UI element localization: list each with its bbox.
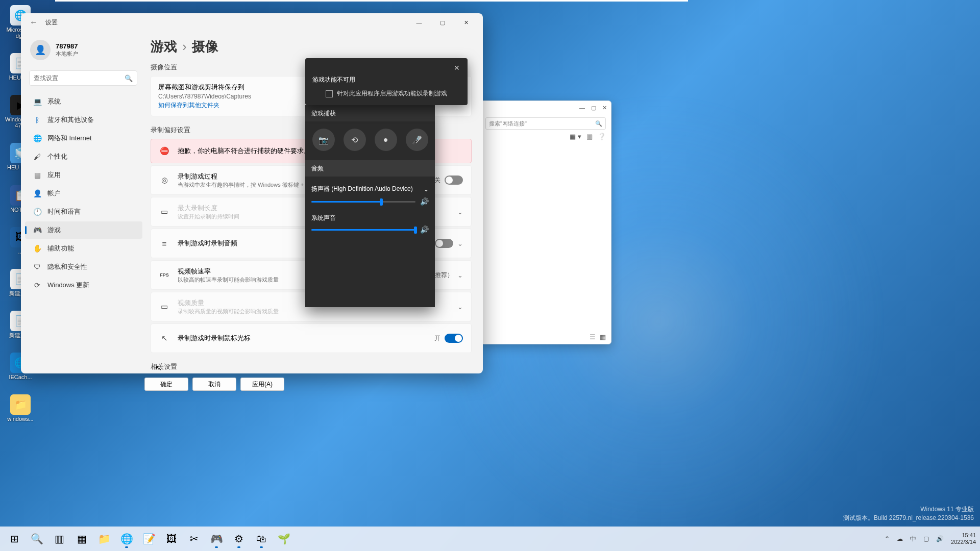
search-network-input[interactable]: 搜索"网络连接" 🔍 xyxy=(485,117,606,130)
checkbox-icon xyxy=(326,90,333,97)
maximize-button[interactable]: ▢ xyxy=(431,14,454,31)
nav-icon: 👤 xyxy=(33,189,41,197)
taskbar-notepad[interactable]: 📝 xyxy=(139,529,159,549)
preview-pane-icon[interactable]: ▥ xyxy=(586,133,593,140)
mic-toggle-button[interactable]: 🎤̸ xyxy=(406,129,428,151)
clock-time: 15:41 xyxy=(951,532,976,539)
sidebar-item[interactable]: 🛡隐私和安全性 xyxy=(25,258,142,276)
taskbar-tasks[interactable]: ▥ xyxy=(49,529,69,549)
sidebar-item[interactable]: 🖌个性化 xyxy=(25,148,142,165)
nav-label: 应用 xyxy=(47,170,61,180)
taskbar: ⊞🔍▥▦📁🌐📝🖼✂🎮⚙🛍🌱 ⌃ ☁ 中 ▢ 🔊 15:41 2022/3/14 xyxy=(0,527,980,551)
nav-icon: 🖌 xyxy=(33,153,41,161)
taskbar-photos[interactable]: 🖼 xyxy=(161,529,182,549)
view-dropdown-icon[interactable]: ▦ ▾ xyxy=(570,133,581,140)
capture-header: 游戏捕获 xyxy=(305,105,435,121)
sidebar-item[interactable]: ✋辅助功能 xyxy=(25,240,142,257)
recent-icon: ⟲ xyxy=(351,135,358,145)
taskbar-extra[interactable]: 🌱 xyxy=(274,529,294,549)
minimize-icon[interactable]: — xyxy=(579,105,585,111)
search-placeholder: 查找设置 xyxy=(34,74,58,83)
sidebar-item[interactable]: 👤帐户 xyxy=(25,185,142,202)
speaker-label: 扬声器 (High Definition Audio Device) xyxy=(311,185,413,193)
audio-header: 音频 xyxy=(305,160,435,177)
taskbar-start[interactable]: ⊞ xyxy=(4,529,24,549)
apply-button[interactable]: 应用(A) xyxy=(240,378,284,391)
nav-icon: ✋ xyxy=(33,244,41,253)
banner-title: 游戏功能不可用 xyxy=(312,76,460,84)
grid-view-icon[interactable]: ▦ xyxy=(600,333,606,341)
row-icon: ▭ xyxy=(159,207,169,216)
sidebar-item[interactable]: ⟳Windows 更新 xyxy=(25,277,142,294)
ok-button[interactable]: 确定 xyxy=(144,378,188,391)
clock[interactable]: 15:41 2022/3/14 xyxy=(951,532,976,545)
taskbar-settings[interactable]: ⚙ xyxy=(229,529,249,549)
clock-date: 2022/3/14 xyxy=(951,539,976,545)
help-icon[interactable]: ❔ xyxy=(598,133,606,140)
nav-icon: 🎮 xyxy=(33,226,41,234)
tray-chevron-icon[interactable]: ⌃ xyxy=(885,535,890,542)
close-icon[interactable]: ✕ xyxy=(450,61,463,74)
volume-icon[interactable]: 🔊 xyxy=(420,197,429,206)
user-name: 787987 xyxy=(56,42,78,50)
nav-icon: ⟳ xyxy=(33,281,41,289)
close-button[interactable]: ✕ xyxy=(454,14,478,31)
sidebar-item[interactable]: 🕘时间和语言 xyxy=(25,203,142,220)
nav-label: 帐户 xyxy=(47,189,61,198)
windows-watermark: Windows 11 专业版 测试版本。Build 22579.ni_relea… xyxy=(843,505,974,522)
row-icon: ≡ xyxy=(159,239,169,248)
enable-gaming-checkbox[interactable]: 针对此应用程序启用游戏功能以录制游戏 xyxy=(312,89,460,98)
system-volume-slider[interactable]: 🔊 xyxy=(311,226,429,234)
cancel-button[interactable]: 取消 xyxy=(192,378,236,391)
maximize-icon[interactable]: ▢ xyxy=(591,105,596,111)
taskbar-search[interactable]: 🔍 xyxy=(27,529,47,549)
nav-label: 系统 xyxy=(47,97,61,106)
nav-label: 辅助功能 xyxy=(47,244,74,253)
nav-label: Windows 更新 xyxy=(47,281,89,290)
sidebar-item[interactable]: ▦应用 xyxy=(25,166,142,184)
desktop-icon[interactable]: 📁windows... xyxy=(5,394,36,422)
back-button[interactable]: ← xyxy=(26,18,41,27)
taskbar-widgets[interactable]: ▦ xyxy=(71,529,92,549)
record-last-button[interactable]: ⟲ xyxy=(344,129,366,151)
setting-row[interactable]: ↖ 录制游戏时录制鼠标光标 开 xyxy=(151,323,472,353)
volume-icon[interactable]: 🔊 xyxy=(420,226,429,234)
screenshot-button[interactable]: 📷 xyxy=(312,129,335,151)
system-sound-label: 系统声音 xyxy=(311,214,429,222)
speaker-volume-slider[interactable]: 🔊 xyxy=(311,197,429,206)
sidebar-item[interactable]: 🌐网络和 Internet xyxy=(25,130,142,147)
search-placeholder: 搜索"网络连接" xyxy=(489,120,527,128)
search-settings-input[interactable]: 查找设置 🔍 xyxy=(29,70,137,86)
taskbar-explorer[interactable]: 📁 xyxy=(94,529,114,549)
gamebar-banner: ✕ 游戏功能不可用 针对此应用程序启用游戏功能以录制游戏 xyxy=(305,58,468,105)
breadcrumb-parent[interactable]: 游戏 xyxy=(151,38,177,56)
list-view-icon[interactable]: ☰ xyxy=(590,333,596,341)
nav-label: 时间和语言 xyxy=(47,207,81,216)
user-type: 本地帐户 xyxy=(56,50,78,58)
taskbar-store[interactable]: 🛍 xyxy=(251,529,272,549)
sidebar-item[interactable]: 🎮游戏 xyxy=(25,221,142,239)
taskbar-xbox[interactable]: 🎮 xyxy=(206,529,227,549)
speaker-dropdown[interactable]: 扬声器 (High Definition Audio Device) ⌄ xyxy=(311,181,429,197)
battery-icon[interactable]: ▢ xyxy=(923,535,929,542)
checkbox-label: 针对此应用程序启用游戏功能以录制游戏 xyxy=(337,89,447,98)
chevron-down-icon: ⌄ xyxy=(424,186,429,193)
taskbar-snip[interactable]: ✂ xyxy=(184,529,204,549)
breadcrumb-sep: › xyxy=(182,39,187,55)
network-connections-window[interactable]: — ▢ ✕ 搜索"网络连接" 🔍 ▦ ▾ ▥ ❔ ☰ ▦ xyxy=(480,101,611,344)
onedrive-icon[interactable]: ☁ xyxy=(897,535,903,542)
sidebar-item[interactable]: 💻系统 xyxy=(25,93,142,110)
start-record-button[interactable]: ● xyxy=(375,129,397,151)
record-icon: ● xyxy=(383,135,388,144)
user-block[interactable]: 👤 787987 本地帐户 xyxy=(25,35,142,69)
nav-icon: ᛒ xyxy=(33,116,41,124)
toggle[interactable] xyxy=(445,334,463,343)
gamebar-capture-panel: 游戏捕获 📷 ⟲ ● 🎤̸ 音频 扬声器 (High Definition Au… xyxy=(305,105,435,307)
avatar: 👤 xyxy=(30,40,51,60)
close-icon[interactable]: ✕ xyxy=(602,105,607,111)
sidebar-item[interactable]: ᛒ蓝牙和其他设备 xyxy=(25,111,142,129)
volume-icon[interactable]: 🔊 xyxy=(936,535,944,542)
ime-icon[interactable]: 中 xyxy=(910,535,916,543)
taskbar-edge[interactable]: 🌐 xyxy=(116,529,137,549)
minimize-button[interactable]: — xyxy=(407,14,431,31)
